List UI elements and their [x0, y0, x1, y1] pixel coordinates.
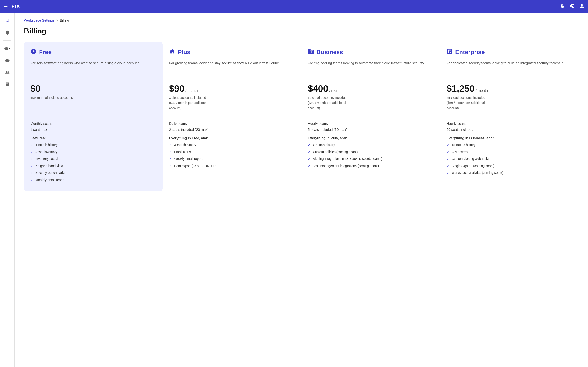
- plan-features-list-enterprise: ✓18-month history ✓API access ✓Custom al…: [447, 143, 572, 175]
- plan-header-enterprise: Enterprise: [447, 48, 572, 56]
- free-plan-icon: [30, 48, 37, 56]
- check-icon: ✓: [30, 150, 33, 155]
- plan-name-enterprise: Enterprise: [455, 49, 485, 56]
- plan-features-list-free: ✓1-month history ✓Asset inventory ✓Inven…: [30, 143, 156, 183]
- hamburger-menu[interactable]: ☰: [4, 4, 8, 9]
- plan-feature-item: ✓API access: [447, 150, 572, 155]
- plan-feature-item: ✓Inventory search: [30, 157, 156, 161]
- plan-feature-item: ✓1-month history: [30, 143, 156, 148]
- check-icon: ✓: [169, 150, 172, 155]
- check-icon: ✓: [30, 164, 33, 169]
- plan-divider-enterprise: [447, 116, 572, 116]
- check-icon: ✓: [30, 143, 33, 148]
- check-icon: ✓: [308, 157, 311, 161]
- check-icon: ✓: [308, 150, 311, 155]
- plan-feature-item: ✓Alerting integrations (PD, Slack, Disco…: [308, 157, 433, 161]
- plan-divider-business: [308, 116, 433, 116]
- check-icon: ✓: [447, 171, 449, 175]
- plan-description-business: For engineering teams looking to automat…: [308, 60, 433, 79]
- plan-feature-item: ✓Data export (CSV, JSON, PDF): [169, 164, 295, 169]
- plan-feature-item: ✓Workspace analytics (coming soon!): [447, 171, 572, 175]
- plan-price-free: $0: [30, 83, 156, 94]
- navbar: ☰ FIX: [0, 0, 588, 13]
- plan-price-period-business: / month: [329, 89, 341, 92]
- main-content: Workspace Settings > Billing Billing Fre…: [15, 13, 588, 367]
- plan-description-free: For solo software engineers who want to …: [30, 60, 156, 79]
- check-icon: ✓: [169, 164, 172, 169]
- sidebar-item-cloud[interactable]: [2, 55, 12, 65]
- breadcrumb-workspace-settings[interactable]: Workspace Settings: [24, 18, 54, 22]
- plan-feature-item: ✓Single Sign on (coming soon!): [447, 164, 572, 169]
- plan-scans-plus: Daily scans 2 seats included (20 max): [169, 121, 295, 132]
- sidebar-item-reports[interactable]: [2, 79, 12, 89]
- plan-name-business: Business: [317, 49, 343, 56]
- navbar-right: [560, 3, 584, 10]
- plan-price-enterprise: $1,250 / month: [447, 83, 572, 94]
- plan-header-free: Free: [30, 48, 156, 56]
- plan-feature-item: ✓Security benchmarks: [30, 171, 156, 175]
- plan-header-plus: Plus: [169, 48, 295, 56]
- plan-price-amount-enterprise: $1,250: [447, 83, 475, 94]
- sidebar-item-cloud-accounts[interactable]: ▾: [1, 43, 14, 53]
- plan-divider-plus: [169, 116, 295, 116]
- plan-price-detail-plus: 3 cloud accounts included ($30 / month p…: [169, 95, 295, 111]
- sidebar-item-people[interactable]: [2, 67, 12, 77]
- plan-price-plus: $90 / month: [169, 83, 295, 94]
- plan-name-plus: Plus: [178, 49, 190, 56]
- check-icon: ✓: [447, 157, 449, 161]
- plan-feature-item: ✓6-month history: [308, 143, 433, 148]
- plan-description-enterprise: For dedicated security teams looking to …: [447, 60, 572, 79]
- navbar-left: ☰ FIX: [4, 3, 20, 9]
- breadcrumb-current: Billing: [60, 18, 69, 22]
- check-icon: ✓: [169, 143, 172, 148]
- plan-name-free: Free: [39, 49, 52, 56]
- plan-feature-item: ✓Weekly email report: [169, 157, 295, 161]
- plan-features-list-business: ✓6-month history ✓Custom policies (comin…: [308, 143, 433, 168]
- check-icon: ✓: [308, 143, 311, 148]
- check-icon: ✓: [30, 157, 33, 161]
- check-icon: ✓: [308, 164, 311, 169]
- check-icon: ✓: [447, 143, 449, 148]
- business-plan-icon: [308, 48, 314, 56]
- plan-scans-business: Hourly scans 5 seats included (50 max): [308, 121, 433, 132]
- plan-features-label-plus: Everything in Free, and:: [169, 136, 295, 140]
- plan-feature-item: ✓Task management integrations (coming so…: [308, 164, 433, 169]
- plan-divider-free: [30, 116, 156, 116]
- plan-card-enterprise: Enterprise For dedicated security teams …: [440, 42, 579, 191]
- plan-description-plus: For growing teams looking to stay secure…: [169, 60, 295, 79]
- sidebar-item-shield[interactable]: [2, 27, 12, 38]
- breadcrumb: Workspace Settings > Billing: [24, 18, 579, 22]
- plan-features-label-business: Everything in Plus, and:: [308, 136, 433, 140]
- plan-price-detail-free: maximum of 1 cloud accounts: [30, 95, 156, 111]
- theme-icon[interactable]: [560, 3, 565, 10]
- plus-plan-icon: [169, 48, 175, 56]
- plan-price-amount-plus: $90: [169, 83, 184, 94]
- check-icon: ✓: [447, 164, 449, 169]
- sidebar: ▾: [0, 13, 15, 367]
- plan-header-business: Business: [308, 48, 433, 56]
- plan-scans-enterprise: Hourly scans 20 seats included: [447, 121, 572, 132]
- globe-icon[interactable]: [570, 3, 575, 10]
- plan-feature-item: ✓Neighborhood view: [30, 164, 156, 169]
- plan-price-detail-business: 10 cloud accounts included ($40 / month …: [308, 95, 433, 111]
- plan-features-list-plus: ✓3-month history ✓Email alerts ✓Weekly e…: [169, 143, 295, 168]
- plan-card-free: Free For solo software engineers who wan…: [24, 42, 163, 191]
- plan-price-amount-free: $0: [30, 83, 41, 94]
- user-icon[interactable]: [579, 3, 584, 10]
- plan-feature-item: ✓18-month history: [447, 143, 572, 148]
- plan-features-label-free: Features:: [30, 136, 156, 140]
- plan-feature-item: ✓Custom alerting webhooks: [447, 157, 572, 161]
- plan-feature-item: ✓Email alerts: [169, 150, 295, 155]
- plan-card-plus: Plus For growing teams looking to stay s…: [163, 42, 301, 191]
- sidebar-item-inbox[interactable]: [2, 16, 12, 26]
- plan-price-detail-enterprise: 25 cloud accounts included ($50 / month …: [447, 95, 572, 111]
- plan-feature-item: ✓Custom policies (coming soon!): [308, 150, 433, 155]
- plan-feature-item: ✓Monthly email report: [30, 178, 156, 183]
- check-icon: ✓: [169, 157, 172, 161]
- check-icon: ✓: [447, 150, 449, 155]
- plan-price-business: $400 / month: [308, 83, 433, 94]
- app-logo: FIX: [11, 3, 20, 9]
- plan-price-period-enterprise: / month: [476, 89, 488, 92]
- page-title: Billing: [24, 27, 579, 35]
- check-icon: ✓: [30, 171, 33, 175]
